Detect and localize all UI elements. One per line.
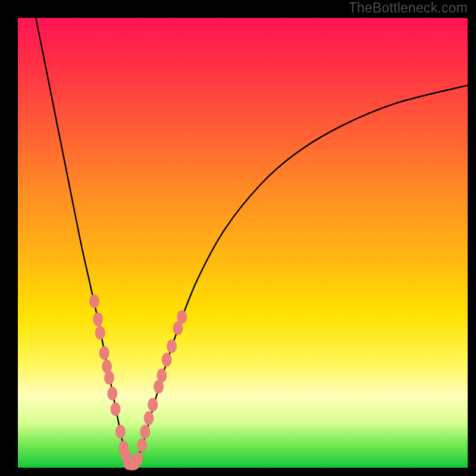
marker-point [162,353,172,367]
marker-point [167,339,177,353]
marker-point [144,411,154,425]
marker-point [177,310,187,324]
markers-layer [89,295,187,471]
marker-point [111,402,121,416]
chart-frame: TheBottleneck.com [0,0,476,476]
marker-point [89,295,99,308]
curve-layer [36,18,468,464]
marker-point [140,425,150,439]
marker-point [99,346,109,360]
marker-point [104,371,114,384]
marker-point [156,369,167,383]
marker-point [95,326,105,340]
chart-svg [18,18,468,468]
marker-point [93,312,103,326]
watermark-text: TheBottleneck.com [349,0,468,16]
marker-point [115,425,126,439]
marker-point [137,439,147,452]
marker-point [133,452,143,465]
plot-area [18,18,468,468]
marker-point [107,387,117,400]
marker-point [148,398,158,412]
bottleneck-curve-path [36,18,468,464]
